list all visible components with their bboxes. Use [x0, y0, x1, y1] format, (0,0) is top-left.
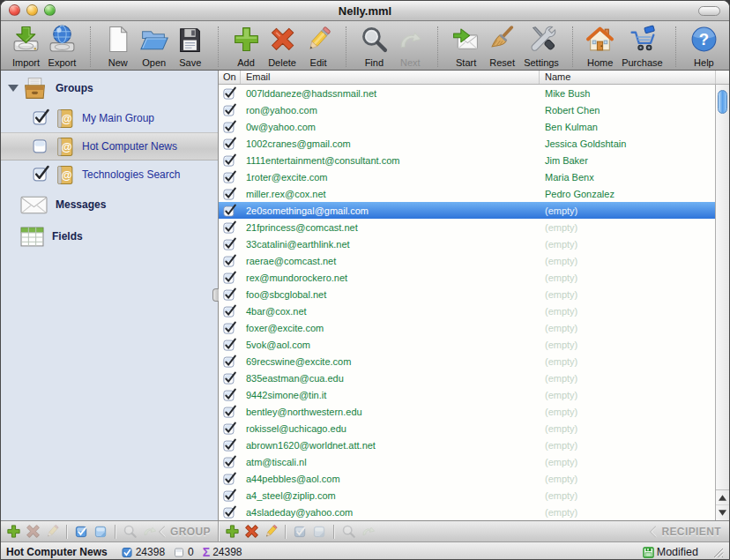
table-row[interactable]: 007lddaneze@hadssnmail.netMike Bush: [219, 85, 729, 101]
table-row[interactable]: 1002cranes@gmail.comJessica Goldshtain: [219, 135, 729, 152]
row-checkbox[interactable]: [223, 103, 236, 116]
table-row[interactable]: foo@sbcglobal.net(empty): [219, 286, 729, 302]
row-checkbox[interactable]: [223, 472, 236, 485]
row-checkbox[interactable]: [223, 505, 236, 519]
sidebar-group-item[interactable]: @My Main Group: [1, 104, 218, 132]
recipient-pane-toggle[interactable]: RECIPIENT: [649, 526, 729, 538]
group-checkbox[interactable]: [33, 108, 49, 129]
row-email: a4_steel@ziplip.com: [241, 490, 540, 501]
table-row[interactable]: 5vok@aol.com(empty): [219, 336, 729, 353]
uncheck-all-small-button[interactable]: [92, 523, 109, 541]
column-header-name[interactable]: Name: [540, 71, 716, 84]
table-row[interactable]: a44pebbles@aol.com(empty): [219, 470, 729, 487]
minimize-button[interactable]: [26, 4, 38, 16]
table-row[interactable]: a4sladeday@yahoo.com(empty): [219, 504, 729, 520]
export-button[interactable]: Export: [44, 23, 80, 69]
row-checkbox[interactable]: [223, 187, 236, 200]
table-row[interactable]: 69recswine@excite.com(empty): [219, 353, 729, 370]
settings-button[interactable]: Settings: [520, 23, 562, 69]
delete-small-button[interactable]: [242, 523, 260, 541]
row-checkbox[interactable]: [223, 271, 236, 284]
purchase-button[interactable]: Purchase: [618, 23, 666, 69]
row-checkbox[interactable]: [223, 455, 236, 468]
edit-small-button[interactable]: [262, 523, 279, 541]
vertical-scrollbar[interactable]: [715, 85, 729, 520]
row-checkbox[interactable]: [223, 321, 236, 334]
disclosure-triangle-icon[interactable]: [8, 85, 19, 92]
start-button[interactable]: Start: [448, 23, 484, 69]
row-checkbox[interactable]: [223, 237, 236, 250]
sidebar-group-item[interactable]: @Technologies Search: [1, 161, 218, 189]
save-button[interactable]: Save: [172, 23, 208, 69]
row-checkbox[interactable]: [223, 489, 236, 502]
column-header-email[interactable]: Email: [241, 71, 540, 84]
delete-button[interactable]: Delete: [264, 23, 301, 69]
row-checkbox[interactable]: [223, 86, 236, 100]
add-small-button[interactable]: [4, 523, 22, 541]
table-row[interactable]: miller.rex@cox.netPedro Gonzalez: [219, 185, 729, 202]
table-row[interactable]: 1roter@excite.comMaria Benx: [219, 168, 729, 185]
row-checkbox[interactable]: [223, 137, 236, 150]
table-row[interactable]: 2e0somethingal@gmail.com(empty): [219, 202, 729, 219]
table-row[interactable]: 9442simone@tin.it(empty): [219, 386, 729, 403]
table-row[interactable]: 1111entertainment@consultant.comJim Bake…: [219, 152, 729, 168]
add-small-button[interactable]: [223, 523, 241, 541]
table-row[interactable]: atm@tiscali.nl(empty): [219, 453, 729, 470]
row-checkbox[interactable]: [223, 438, 236, 452]
row-checkbox[interactable]: [223, 304, 236, 317]
row-checkbox[interactable]: [223, 405, 236, 418]
find-button[interactable]: Find: [356, 23, 392, 69]
row-checkbox[interactable]: [223, 220, 236, 234]
toolbar-toggle-button[interactable]: [698, 6, 720, 16]
table-row[interactable]: rex@mundorockero.net(empty): [219, 269, 729, 286]
splitter-handle[interactable]: [212, 288, 219, 302]
resize-grip[interactable]: [712, 547, 724, 558]
reset-button[interactable]: Reset: [484, 23, 520, 69]
edit-button[interactable]: Edit: [301, 23, 337, 69]
sidebar-section-groups[interactable]: Groups: [1, 72, 218, 104]
sidebar-section-messages[interactable]: Messages: [1, 189, 218, 220]
close-button[interactable]: [9, 4, 20, 16]
sidebar-group-item[interactable]: @Hot Computer News: [1, 132, 218, 161]
help-button[interactable]: ?Help: [686, 23, 722, 69]
scroll-up-button[interactable]: [716, 489, 729, 505]
table-row[interactable]: 21fprincess@comcast.net(empty): [219, 219, 729, 235]
row-checkbox[interactable]: [223, 338, 236, 351]
table-row[interactable]: 835eastman@cua.edu(empty): [219, 370, 729, 386]
row-checkbox[interactable]: [223, 355, 236, 368]
table-row[interactable]: rokissel@uchicago.edu(empty): [219, 420, 729, 437]
table-row[interactable]: 0w@yahoo.comBen Kulman: [219, 118, 729, 135]
open-button[interactable]: Open: [136, 23, 172, 69]
check-all-small-button[interactable]: [72, 523, 90, 541]
row-checkbox[interactable]: [223, 388, 236, 401]
table-row[interactable]: bentley@northwestern.edu(empty): [219, 403, 729, 420]
scroll-down-button[interactable]: [716, 504, 729, 520]
row-checkbox[interactable]: [223, 153, 236, 167]
column-header-on[interactable]: On: [219, 71, 241, 84]
add-button[interactable]: Add: [228, 23, 264, 69]
row-checkbox[interactable]: [223, 287, 236, 301]
table-row[interactable]: 33catalini@earthlink.net(empty): [219, 235, 729, 252]
row-checkbox[interactable]: [223, 204, 236, 217]
row-checkbox[interactable]: [223, 371, 236, 385]
row-checkbox[interactable]: [223, 120, 236, 133]
table-row[interactable]: raerae@comcast.net(empty): [219, 252, 729, 269]
table-row[interactable]: abrown1620@worldnet.att.net(empty): [219, 437, 729, 453]
zoom-button[interactable]: [44, 4, 56, 16]
home-button[interactable]: Home: [582, 23, 618, 69]
sidebar-section-fields[interactable]: Fields: [1, 220, 218, 252]
new-button[interactable]: New: [100, 23, 136, 69]
row-checkbox[interactable]: [223, 422, 236, 435]
scrollbar-thumb[interactable]: [718, 90, 727, 114]
row-email: bentley@northwestern.edu: [241, 407, 540, 417]
table-row[interactable]: ron@yahoo.comRobert Chen: [219, 101, 729, 118]
import-button[interactable]: Import: [8, 23, 44, 69]
row-checkbox[interactable]: [223, 254, 236, 267]
table-row[interactable]: a4_steel@ziplip.com(empty): [219, 487, 729, 504]
row-checkbox[interactable]: [223, 170, 236, 183]
group-pane-toggle[interactable]: GROUP: [158, 526, 219, 538]
table-row[interactable]: 4bar@cox.net(empty): [219, 302, 729, 319]
table-row[interactable]: foxer@excite.com(empty): [219, 319, 729, 336]
group-checkbox[interactable]: [33, 137, 49, 157]
group-checkbox[interactable]: [33, 165, 49, 185]
